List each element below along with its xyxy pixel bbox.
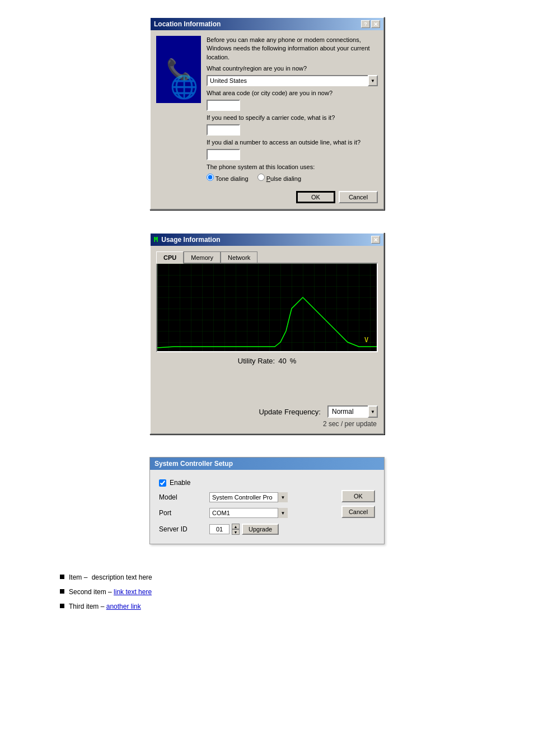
usage-icon: Μ [154, 236, 158, 244]
cpu-chart: V [156, 263, 378, 352]
bullet-1-text: Item – description text here [69, 572, 152, 582]
bullet-3-link[interactable]: another link [106, 603, 141, 610]
bullet-3-text: Third item – another link [69, 601, 141, 612]
chart-grid-svg: V [157, 264, 377, 351]
bullet-section: Item – description text here Second item… [49, 567, 485, 622]
usage-titlebar-buttons: ✕ [371, 236, 380, 244]
bullet-1-icon [60, 575, 64, 579]
usage-close-button[interactable]: ✕ [371, 236, 380, 244]
outside-line-label: If you dial a number to access an outsid… [207, 139, 378, 146]
extra-space [156, 367, 378, 401]
bullet-item-1: Item – description text here [60, 572, 474, 582]
titlebar-buttons: ? ✕ [361, 20, 380, 28]
usage-title: Usage Information [161, 236, 220, 244]
location-description: Before you can make any phone or modem c… [207, 36, 378, 62]
frequency-select-arrow: ▼ [368, 405, 378, 418]
carrier-code-label: If you need to specify a carrier code, w… [207, 114, 378, 121]
upgrade-button[interactable]: Upgrade [242, 524, 279, 535]
pulse-label: Pulse dialing [266, 175, 301, 182]
model-select-arrow: ▼ [278, 492, 288, 502]
pulse-radio-label[interactable]: Pulse dialing [257, 174, 301, 182]
cancel-button[interactable]: Cancel [339, 191, 378, 203]
enable-text: Enable [170, 479, 190, 487]
scs-dialog: System Controller Setup Enable Model Sys… [149, 457, 385, 544]
scs-body-wrapper: Enable Model System Controller Pro ▼ Por… [150, 470, 384, 544]
model-select[interactable]: System Controller Pro [209, 492, 288, 502]
outside-line-input[interactable] [207, 149, 240, 160]
location-body: 📞 🌐 Before you can make any phone or mod… [151, 30, 383, 188]
scs-action-buttons: OK Cancel [341, 490, 375, 518]
scs-serverid-row: Server ID ▲ ▼ Upgrade [159, 524, 375, 535]
location-title: Location Information [154, 20, 221, 28]
port-label: Port [159, 509, 204, 517]
country-label: What country/region are you in now? [207, 65, 378, 72]
utility-rate-row: Utility Rate: 40 % [156, 352, 378, 367]
location-footer: OK Cancel [151, 188, 383, 209]
country-select-arrow: ▼ [368, 75, 378, 86]
port-select-arrow: ▼ [278, 508, 288, 518]
scs-titlebar: System Controller Setup [150, 458, 384, 470]
location-dialog: Location Information ? ✕ 📞 🌐 Before you … [149, 17, 385, 210]
server-id-label: Server ID [159, 525, 204, 533]
update-frequency-label: Update Frequency: [259, 408, 321, 416]
port-select-wrapper: COM1 COM2 COM3 ▼ [209, 508, 288, 518]
enable-label[interactable]: Enable [159, 479, 190, 487]
svg-text:V: V [364, 336, 368, 344]
tabs-container: CPU Memory Network [156, 251, 378, 263]
bullet-2-icon [60, 589, 64, 594]
utility-rate-value: 40 [278, 357, 286, 365]
frequency-select-wrapper: Normal Low High ▼ [327, 405, 378, 418]
per-update-text: 2 sec / per update [156, 420, 378, 428]
bullet-item-3: Third item – another link [60, 601, 474, 612]
location-titlebar: Location Information ? ✕ [151, 18, 383, 30]
help-button[interactable]: ? [361, 20, 370, 28]
ok-button[interactable]: OK [296, 191, 335, 203]
update-frequency-row: Update Frequency: Normal Low High ▼ [156, 401, 378, 420]
model-select-wrapper: System Controller Pro ▼ [209, 492, 288, 502]
scs-ok-button[interactable]: OK [341, 490, 375, 502]
location-content: Before you can make any phone or modem c… [207, 36, 378, 182]
area-code-label: What area code (or city code) are you in… [207, 90, 378, 96]
model-label: Model [159, 493, 204, 501]
utility-rate-label: Utility Rate: [238, 357, 275, 365]
country-select[interactable]: United States [207, 75, 378, 86]
usage-dialog: Μ Usage Information ✕ CPU Memory Network [149, 232, 385, 435]
pulse-radio[interactable] [257, 174, 265, 181]
area-code-input[interactable] [207, 100, 240, 111]
location-icon-area: 📞 🌐 [156, 36, 201, 103]
tab-network[interactable]: Network [221, 251, 257, 263]
spinner-down[interactable]: ▼ [232, 529, 240, 535]
enable-checkbox[interactable] [159, 479, 166, 487]
phone-system-radios: Tone dialing Pulse dialing [207, 174, 378, 182]
tab-memory[interactable]: Memory [184, 251, 221, 263]
bullet-3-icon [60, 604, 64, 608]
spinner-buttons: ▲ ▼ [232, 524, 240, 535]
country-select-wrapper: United States ▼ [207, 75, 378, 86]
tone-label: Tone dialing [216, 175, 249, 182]
bullet-item-2: Second item – link text here [60, 587, 474, 597]
server-id-spinner: ▲ ▼ Upgrade [209, 524, 279, 535]
scs-cancel-button[interactable]: Cancel [341, 506, 375, 518]
scs-title: System Controller Setup [154, 460, 233, 468]
port-select[interactable]: COM1 COM2 COM3 [209, 508, 288, 518]
server-id-input[interactable] [209, 524, 229, 534]
spinner-up[interactable]: ▲ [232, 524, 240, 529]
globe-icon: 🌐 [170, 74, 198, 100]
scs-enable-row: Enable [159, 479, 375, 487]
bullet-2-link[interactable]: link text here [114, 588, 152, 596]
tone-radio[interactable] [207, 174, 214, 181]
usage-titlebar: Μ Usage Information ✕ [151, 234, 383, 246]
utility-rate-unit: % [290, 357, 297, 365]
carrier-code-input[interactable] [207, 124, 240, 136]
tone-radio-label[interactable]: Tone dialing [207, 174, 249, 182]
bullet-2-text: Second item – link text here [69, 587, 152, 597]
close-button[interactable]: ✕ [371, 20, 380, 28]
phone-system-label: The phone system at this location uses: [207, 164, 378, 170]
usage-body: CPU Memory Network [151, 246, 383, 433]
tab-cpu[interactable]: CPU [156, 251, 184, 264]
